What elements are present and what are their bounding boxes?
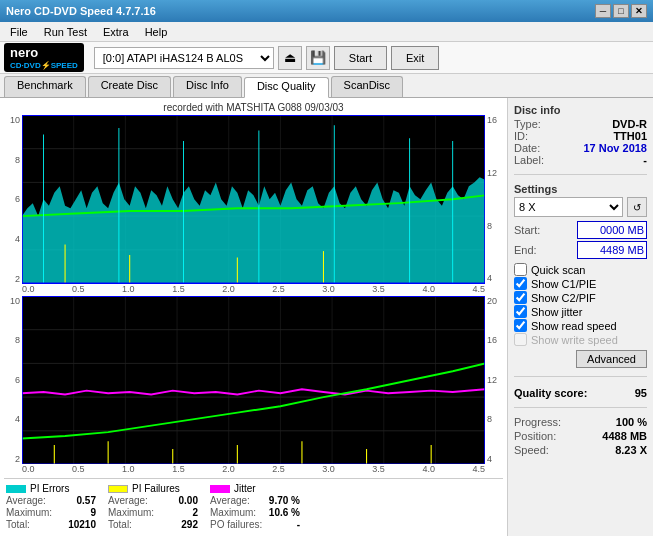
legend-pi-failures: PI Failures Average: 0.00 Maximum: 2 Tot… — [108, 483, 198, 530]
window-title: Nero CD-DVD Speed 4.7.7.16 — [6, 5, 156, 17]
jitter-color — [210, 485, 230, 493]
date-value: 17 Nov 2018 — [583, 142, 647, 154]
show-jitter-checkbox[interactable] — [514, 305, 527, 318]
id-value: TTH01 — [613, 130, 647, 142]
top-y-axis-left: 108642 — [4, 115, 22, 284]
pi-errors-color — [6, 485, 26, 493]
window-controls: ─ □ ✕ — [595, 4, 647, 18]
save-icon-button[interactable]: 💾 — [306, 46, 330, 70]
speed-select[interactable]: 8 X — [514, 197, 623, 217]
jitter-label: Jitter — [234, 483, 256, 494]
start-label: Start: — [514, 224, 540, 236]
date-label: Date: — [514, 142, 540, 154]
legend-area: PI Errors Average: 0.57 Maximum: 9 Total… — [4, 478, 503, 532]
jitter-avg-value: 9.70 % — [269, 495, 300, 506]
svg-marker-14 — [22, 177, 485, 283]
top-x-axis: 0.00.51.01.52.02.53.03.54.04.5 — [4, 284, 503, 294]
close-button[interactable]: ✕ — [631, 4, 647, 18]
nero-logo: nero CD·DVD⚡SPEED — [4, 43, 84, 72]
po-failures-label: PO failures: — [210, 519, 262, 530]
divider-1 — [514, 174, 647, 175]
quick-scan-checkbox[interactable] — [514, 263, 527, 276]
speed-value: 8.23 X — [615, 444, 647, 456]
quick-scan-row: Quick scan — [514, 263, 647, 276]
position-label: Position: — [514, 430, 556, 442]
disc-info-section: Disc info Type: DVD-R ID: TTH01 Date: 17… — [514, 104, 647, 166]
progress-section: Progress: 100 % Position: 4488 MB Speed:… — [514, 416, 647, 456]
show-c2pif-row: Show C2/PIF — [514, 291, 647, 304]
svg-rect-48 — [22, 296, 485, 465]
settings-title: Settings — [514, 183, 647, 195]
menu-help[interactable]: Help — [139, 24, 174, 40]
show-c2pif-checkbox[interactable] — [514, 291, 527, 304]
disc-label-label: Label: — [514, 154, 544, 166]
toolbar: nero CD·DVD⚡SPEED [0:0] ATAPI iHAS124 B … — [0, 42, 653, 74]
show-write-speed-checkbox[interactable] — [514, 333, 527, 346]
pi-failures-max-value: 2 — [192, 507, 198, 518]
tab-bar: Benchmark Create Disc Disc Info Disc Qua… — [0, 74, 653, 98]
quick-scan-label: Quick scan — [531, 264, 585, 276]
show-c2pif-label: Show C2/PIF — [531, 292, 596, 304]
pi-errors-label: PI Errors — [30, 483, 69, 494]
bottom-chart — [22, 296, 485, 465]
pi-failures-color — [108, 485, 128, 493]
show-write-speed-row: Show write speed — [514, 333, 647, 346]
drive-select[interactable]: [0:0] ATAPI iHAS124 B AL0S — [94, 47, 274, 69]
start-button[interactable]: Start — [334, 46, 387, 70]
pi-errors-avg-label: Average: — [6, 495, 46, 506]
end-label: End: — [514, 244, 537, 256]
advanced-button[interactable]: Advanced — [576, 350, 647, 368]
eject-icon-button[interactable]: ⏏ — [278, 46, 302, 70]
tab-disc-info[interactable]: Disc Info — [173, 76, 242, 97]
title-bar: Nero CD-DVD Speed 4.7.7.16 ─ □ ✕ — [0, 0, 653, 22]
speed-label: Speed: — [514, 444, 549, 456]
menu-file[interactable]: File — [4, 24, 34, 40]
show-jitter-label: Show jitter — [531, 306, 582, 318]
show-c1pie-checkbox[interactable] — [514, 277, 527, 290]
show-jitter-row: Show jitter — [514, 305, 647, 318]
exit-button[interactable]: Exit — [391, 46, 439, 70]
show-read-speed-checkbox[interactable] — [514, 319, 527, 332]
main-content: recorded with MATSHITA G088 09/03/03 108… — [0, 98, 653, 536]
maximize-button[interactable]: □ — [613, 4, 629, 18]
tab-scandisc[interactable]: ScanDisc — [331, 76, 403, 97]
divider-3 — [514, 407, 647, 408]
top-chart — [22, 115, 485, 284]
pi-errors-total-value: 10210 — [68, 519, 96, 530]
jitter-max-label: Maximum: — [210, 507, 256, 518]
show-read-speed-label: Show read speed — [531, 320, 617, 332]
chart-area: recorded with MATSHITA G088 09/03/03 108… — [0, 98, 508, 536]
disc-label-value: - — [643, 154, 647, 166]
pi-errors-avg-value: 0.57 — [77, 495, 96, 506]
position-value: 4488 MB — [602, 430, 647, 442]
progress-label: Progress: — [514, 416, 561, 428]
pi-errors-total-label: Total: — [6, 519, 30, 530]
menu-run-test[interactable]: Run Test — [38, 24, 93, 40]
progress-value: 100 % — [616, 416, 647, 428]
bottom-x-axis: 0.00.51.01.52.02.53.03.54.04.5 — [4, 464, 503, 474]
tab-create-disc[interactable]: Create Disc — [88, 76, 171, 97]
legend-jitter: Jitter Average: 9.70 % Maximum: 10.6 % P… — [210, 483, 300, 530]
jitter-avg-label: Average: — [210, 495, 250, 506]
quality-score-label: Quality score: — [514, 387, 587, 399]
start-input[interactable] — [577, 221, 647, 239]
end-input[interactable] — [577, 241, 647, 259]
disc-info-title: Disc info — [514, 104, 647, 116]
legend-pi-errors: PI Errors Average: 0.57 Maximum: 9 Total… — [6, 483, 96, 530]
chart-title: recorded with MATSHITA G088 09/03/03 — [4, 102, 503, 113]
menu-bar: File Run Test Extra Help — [0, 22, 653, 42]
pi-failures-avg-label: Average: — [108, 495, 148, 506]
pi-failures-avg-value: 0.00 — [179, 495, 198, 506]
jitter-max-value: 10.6 % — [269, 507, 300, 518]
speed-refresh-icon[interactable]: ↺ — [627, 197, 647, 217]
tab-disc-quality[interactable]: Disc Quality — [244, 77, 329, 98]
pi-failures-total-label: Total: — [108, 519, 132, 530]
top-y-axis-right: 161284 — [485, 115, 503, 284]
show-c1pie-label: Show C1/PIE — [531, 278, 596, 290]
menu-extra[interactable]: Extra — [97, 24, 135, 40]
minimize-button[interactable]: ─ — [595, 4, 611, 18]
pi-errors-max-label: Maximum: — [6, 507, 52, 518]
show-c1pie-row: Show C1/PIE — [514, 277, 647, 290]
tab-benchmark[interactable]: Benchmark — [4, 76, 86, 97]
right-panel: Disc info Type: DVD-R ID: TTH01 Date: 17… — [508, 98, 653, 536]
